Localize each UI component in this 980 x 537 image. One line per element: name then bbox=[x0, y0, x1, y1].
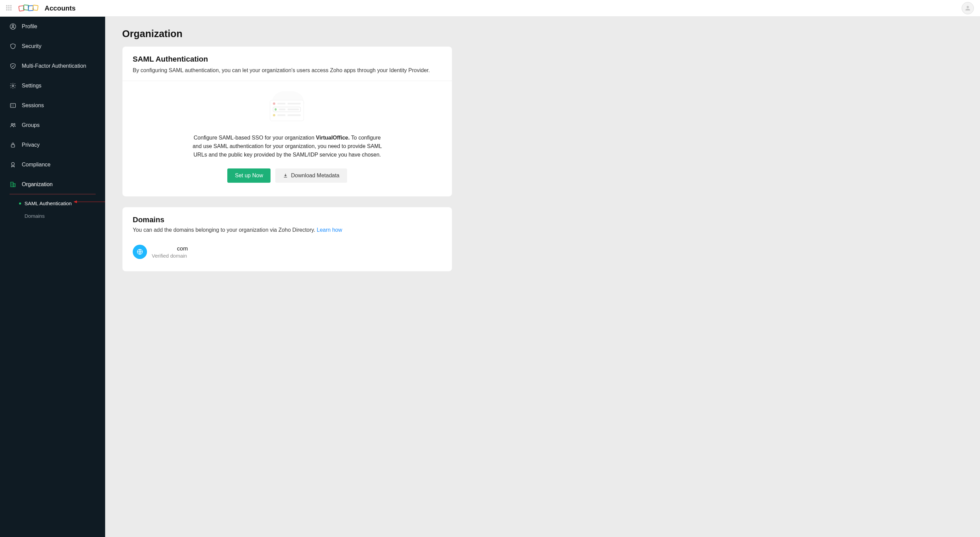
download-label: Download Metadata bbox=[291, 172, 339, 178]
nav-label: Sessions bbox=[22, 102, 44, 108]
subnav-domains[interactable]: Domains bbox=[0, 210, 105, 222]
building-icon bbox=[10, 181, 16, 188]
profile-avatar[interactable] bbox=[962, 2, 974, 14]
subnav-saml[interactable]: SAML Authentication bbox=[0, 197, 105, 210]
gear-icon bbox=[10, 82, 16, 89]
app-name: Accounts bbox=[45, 5, 76, 12]
nav-settings[interactable]: Settings bbox=[0, 76, 105, 96]
subnav-label: SAML Authentication bbox=[24, 201, 72, 206]
domains-card: Domains You can add the domains belongin… bbox=[122, 207, 452, 272]
sessions-icon bbox=[10, 102, 16, 109]
svg-rect-7 bbox=[11, 104, 16, 108]
svg-point-6 bbox=[12, 85, 14, 87]
domains-title: Domains bbox=[133, 215, 442, 224]
nav-privacy[interactable]: Privacy bbox=[0, 135, 105, 155]
svg-rect-10 bbox=[11, 145, 14, 147]
nav-compliance[interactable]: Compliance bbox=[0, 155, 105, 175]
nav-label: Profile bbox=[22, 24, 37, 30]
badge-icon bbox=[10, 161, 16, 168]
nav-mfa[interactable]: Multi-Factor Authentication bbox=[0, 56, 105, 76]
nav-groups[interactable]: Groups bbox=[0, 115, 105, 135]
download-metadata-button[interactable]: Download Metadata bbox=[275, 169, 347, 183]
subnav-label: Domains bbox=[24, 213, 45, 219]
nav-profile[interactable]: Profile bbox=[0, 17, 105, 37]
nav-security[interactable]: Security bbox=[0, 37, 105, 56]
nav-label: Security bbox=[22, 43, 41, 49]
svg-point-5 bbox=[12, 25, 14, 27]
globe-icon bbox=[133, 245, 147, 259]
nav-label: Organization bbox=[22, 182, 53, 188]
groups-icon bbox=[10, 122, 16, 129]
nav-label: Privacy bbox=[22, 142, 40, 148]
nav-label: Compliance bbox=[22, 162, 50, 168]
page-title: Organization bbox=[122, 28, 452, 40]
domain-name: com bbox=[152, 245, 188, 252]
svg-point-11 bbox=[11, 163, 14, 165]
nav-label: Multi-Factor Authentication bbox=[22, 63, 86, 69]
nav-organization[interactable]: Organization bbox=[10, 175, 95, 194]
svg-point-8 bbox=[11, 124, 13, 125]
shield-check-icon bbox=[10, 63, 16, 69]
saml-subtitle: By configuring SAML authentication, you … bbox=[133, 66, 442, 75]
nav-label: Settings bbox=[22, 83, 41, 89]
domain-status: Verified domain bbox=[152, 253, 188, 259]
active-dot-icon bbox=[19, 202, 21, 204]
nav-sessions[interactable]: Sessions bbox=[0, 96, 105, 115]
learn-how-link[interactable]: Learn how bbox=[317, 227, 342, 233]
nav-label: Groups bbox=[22, 122, 40, 128]
svg-rect-3 bbox=[33, 5, 38, 11]
user-icon bbox=[10, 23, 16, 30]
lock-icon bbox=[10, 142, 16, 148]
zoho-logo bbox=[18, 3, 40, 13]
sidebar: Profile Security Multi-Factor Authentica… bbox=[0, 17, 105, 293]
download-icon bbox=[283, 173, 288, 178]
saml-card: SAML Authentication By configuring SAML … bbox=[122, 46, 452, 197]
domains-subtitle: You can add the domains belonging to you… bbox=[133, 227, 442, 233]
app-launcher-icon[interactable] bbox=[6, 5, 12, 11]
svg-point-9 bbox=[14, 124, 15, 125]
saml-title: SAML Authentication bbox=[133, 55, 442, 64]
shield-icon bbox=[10, 43, 16, 50]
saml-description: Configure SAML-based SSO for your organi… bbox=[192, 134, 382, 159]
svg-rect-13 bbox=[13, 183, 15, 186]
saml-illustration bbox=[269, 91, 306, 129]
setup-now-button[interactable]: Set up Now bbox=[227, 169, 270, 183]
